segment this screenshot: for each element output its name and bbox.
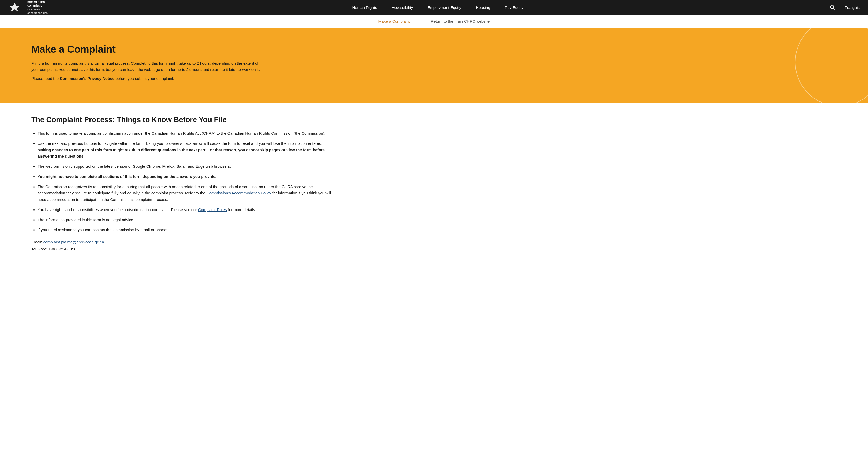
secondary-nav-make-complaint[interactable]: Make a Complaint xyxy=(378,19,410,24)
top-navigation: Canadianhuman rightscommission Commissio… xyxy=(0,0,868,14)
hero-privacy: Please read the Commission's Privacy Not… xyxy=(31,75,266,82)
hero-decoration xyxy=(795,28,868,102)
nav-employment-equity[interactable]: Employment Equity xyxy=(420,0,468,14)
nav-human-rights[interactable]: Human Rights xyxy=(345,0,384,14)
hero-title: Make a Complaint xyxy=(31,44,837,55)
email-label: Email: xyxy=(31,240,42,244)
item-text: The information provided in this form is… xyxy=(37,218,134,222)
item-text-after: . xyxy=(84,154,85,158)
main-nav-links: Human Rights Accessibility Employment Eq… xyxy=(345,0,531,14)
list-item: You might not have to complete all secti… xyxy=(37,174,334,180)
logo-text: Canadianhuman rightscommission Commissio… xyxy=(24,0,54,19)
item-text-before: You have rights and responsibilities whe… xyxy=(37,208,198,212)
language-toggle[interactable]: Français xyxy=(844,5,860,10)
logo[interactable]: Canadianhuman rightscommission Commissio… xyxy=(8,0,54,19)
nav-accessibility[interactable]: Accessibility xyxy=(384,0,420,14)
item-text-before: Use the next and previous buttons to nav… xyxy=(37,141,322,146)
toll-free-label: Toll Free: xyxy=(31,247,48,251)
list-item: This form is used to make a complaint of… xyxy=(37,130,334,137)
complaint-rules-link[interactable]: Complaint Rules xyxy=(198,208,227,212)
list-item: If you need assistance you can contact t… xyxy=(37,227,334,233)
nav-pay-equity[interactable]: Pay Equity xyxy=(497,0,531,14)
list-item: Use the next and previous buttons to nav… xyxy=(37,141,334,160)
list-item: The information provided in this form is… xyxy=(37,217,334,223)
item-bold-text: You might not have to complete all secti… xyxy=(37,174,216,179)
privacy-text-before: Please read the xyxy=(31,76,59,81)
hero-section: Make a Complaint Filing a human rights c… xyxy=(0,28,868,102)
complaint-process-list: This form is used to make a complaint of… xyxy=(31,130,334,233)
hero-description: Filing a human rights complaint is a for… xyxy=(31,60,266,73)
list-item: The webform is only supported on the lat… xyxy=(37,163,334,170)
nav-right: | Français xyxy=(830,5,860,10)
privacy-text-after: before you submit your complaint. xyxy=(116,76,174,81)
item-bold-text: Making changes to one part of this form … xyxy=(37,148,325,159)
accommodation-policy-link[interactable]: Commission's Accommodation Policy xyxy=(207,191,271,195)
main-content: The Complaint Process: Things to Know Be… xyxy=(0,102,365,268)
contact-info: Email: complaint.plainte@chrc-ccdp.gc.ca… xyxy=(31,239,334,252)
toll-free-number: 1-888-214-1090 xyxy=(49,247,76,251)
list-item: The Commission recognizes its responsibi… xyxy=(37,184,334,203)
email-link[interactable]: complaint.plainte@chrc-ccdp.gc.ca xyxy=(43,240,104,244)
item-text-after: for more details. xyxy=(227,208,256,212)
contact-email-line: Email: complaint.plainte@chrc-ccdp.gc.ca xyxy=(31,239,334,246)
item-text: The webform is only supported on the lat… xyxy=(37,164,231,168)
contact-phone-line: Toll Free: 1-888-214-1090 xyxy=(31,246,334,252)
list-item: You have rights and responsibilities whe… xyxy=(37,207,334,213)
svg-line-3 xyxy=(833,8,835,9)
complaint-process-title: The Complaint Process: Things to Know Be… xyxy=(31,116,334,124)
nav-housing[interactable]: Housing xyxy=(468,0,497,14)
privacy-link[interactable]: Commission's Privacy Notice xyxy=(60,76,114,81)
logo-icon xyxy=(8,1,21,13)
secondary-nav-return-main[interactable]: Return to the main CHRC website xyxy=(431,19,490,24)
secondary-navigation: Make a Complaint Return to the main CHRC… xyxy=(0,14,868,28)
search-icon[interactable] xyxy=(830,5,835,10)
item-text: If you need assistance you can contact t… xyxy=(37,227,167,232)
item-text: This form is used to make a complaint of… xyxy=(37,131,326,135)
